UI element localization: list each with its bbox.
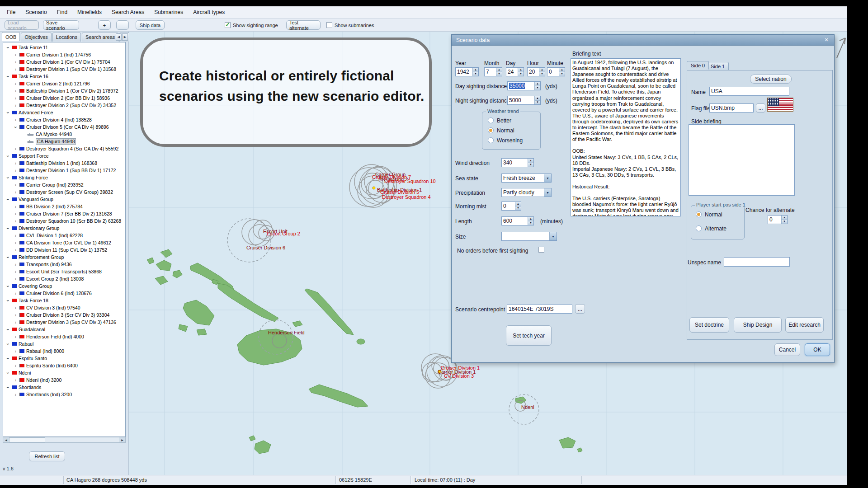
menu-scenario[interactable]: Scenario (20, 9, 52, 15)
tree-item[interactable]: ›Advanced Force (3, 109, 125, 116)
tree-item[interactable]: ›CV Division 3 (Ind) 97540 (3, 304, 125, 311)
expand-icon[interactable]: › (5, 197, 10, 202)
weather-better-radio[interactable] (488, 117, 494, 123)
expand-icon[interactable]: › (13, 219, 19, 224)
expand-icon[interactable]: › (13, 190, 19, 195)
zoom-out-button[interactable]: - (116, 20, 129, 30)
expand-icon[interactable]: › (5, 175, 10, 181)
expand-icon[interactable]: › (13, 96, 19, 101)
expand-icon[interactable]: › (13, 168, 19, 173)
tree-item[interactable]: ›Rabaul (3, 340, 125, 347)
tree-item[interactable]: ›Battleship Division 1 (Ind) 168368 (3, 160, 125, 167)
menu-aircraft-types[interactable]: Aircraft types (188, 9, 230, 15)
tree-item[interactable]: ›Destroyer Squadron 10 (Scr BB Div 2) 63… (3, 217, 125, 225)
tree-item[interactable]: ›Destroyer Screen (Sup CV Group) 39832 (3, 188, 125, 196)
tree-item[interactable]: ›Cruiser Division 4 (Ind) 138528 (3, 116, 125, 123)
tree-item[interactable]: ›Carrier Division 1 (Ind) 174756 (3, 51, 125, 58)
expand-icon[interactable]: › (13, 334, 19, 339)
show-submarines-checkbox[interactable] (326, 22, 332, 28)
tree-horizontal-scrollbar[interactable]: ◀ ▶ (3, 437, 126, 443)
ship-data-button[interactable]: Ship data (136, 20, 165, 30)
tree-item[interactable]: ›Cruiser Division 7 (Scr BB Div 2) 13162… (3, 210, 125, 217)
dialog-title-bar[interactable]: Scenario data × (452, 35, 834, 46)
expand-icon[interactable]: › (13, 392, 19, 397)
chevron-down-icon[interactable]: ▼ (549, 232, 557, 240)
expand-icon[interactable]: › (13, 161, 19, 166)
expand-icon[interactable]: › (13, 233, 19, 238)
tree-item[interactable]: ›Shortlands (3, 384, 125, 391)
chance-for-alternate-stepper[interactable]: 0▲▼ (768, 215, 788, 224)
start-pos-alternate-radio[interactable] (696, 225, 702, 231)
no-orders-checkbox[interactable] (538, 247, 544, 253)
tree-item[interactable]: ›Cruiser Divison 5 (Cor CA Div 4) 89896 (3, 123, 125, 131)
expand-icon[interactable]: › (13, 349, 19, 354)
expand-icon[interactable]: › (5, 298, 10, 304)
side-briefing-textarea[interactable] (689, 124, 795, 196)
expand-icon[interactable]: › (13, 240, 19, 245)
size-select[interactable]: ▼ (501, 232, 557, 241)
expand-icon[interactable]: › (13, 146, 19, 151)
mist-spin-icons[interactable]: ▲▼ (515, 202, 521, 210)
set-tech-year-button[interactable]: Set tech year (506, 325, 552, 346)
start-pos-normal-radio[interactable] (696, 211, 702, 217)
sea-state-select[interactable]: Fresh breeze▼ (501, 174, 552, 183)
expand-icon[interactable]: › (5, 110, 10, 116)
expand-icon[interactable]: › (5, 254, 10, 260)
weather-normal-radio[interactable] (488, 127, 494, 133)
expand-icon[interactable]: › (13, 52, 19, 57)
tree-item[interactable]: ›Ndeni (3, 369, 125, 376)
flag-browse-button[interactable]: ... (756, 103, 765, 113)
expand-icon[interactable]: › (13, 89, 19, 94)
tree-item[interactable]: ›Guadalcanal (3, 326, 125, 333)
tree-item[interactable]: ›Ndeni (Ind) 3200 (3, 376, 125, 384)
day-sighting-input[interactable]: 35000▲▼ (507, 81, 541, 90)
tree-item[interactable]: ›Covering Group (3, 282, 125, 290)
expand-icon[interactable]: › (5, 45, 10, 51)
unspec-name-input[interactable] (724, 257, 790, 267)
expand-icon[interactable]: › (13, 378, 19, 383)
weather-worsening-radio[interactable] (488, 137, 494, 143)
tab-locations[interactable]: Locations (52, 33, 81, 42)
day-spin-icons[interactable]: ▲▼ (518, 68, 524, 76)
minute-stepper[interactable]: 0▲▼ (547, 67, 565, 76)
tree-item[interactable]: ›CA Division Tone (Cor CVL Div 1) 46612 (3, 239, 125, 246)
expand-icon[interactable]: › (5, 74, 10, 80)
tree-item[interactable]: ›BB Division 2 (Ind) 275784 (3, 203, 125, 210)
tree-item[interactable]: ›Battleship Division 1 (Cor CV Div 2) 17… (3, 87, 125, 94)
tree-item[interactable]: ›Cruiser Division 2 (Cor BB Div 1) 58936 (3, 94, 125, 102)
expand-icon[interactable]: › (5, 370, 10, 376)
tree-item[interactable]: ›Task Force 16 (3, 73, 125, 80)
expand-icon[interactable]: › (13, 183, 19, 188)
wind-spin-icons[interactable]: ▲▼ (528, 159, 533, 167)
tab-scroll-right-icon[interactable]: ▶ (122, 33, 128, 41)
expand-icon[interactable]: › (13, 67, 19, 72)
tree-item[interactable]: ›Task Force 18 (3, 297, 125, 304)
menu-file[interactable]: File (2, 9, 20, 15)
tree-item[interactable]: ›Destroyer Division 3 (Sup CV Div 3) 471… (3, 319, 125, 326)
centrepoint-input[interactable]: 1640154E 73019S (507, 305, 572, 314)
day-stepper[interactable]: 24▲▼ (506, 67, 524, 76)
expand-icon[interactable]: › (5, 341, 10, 347)
tree-item[interactable]: ›Cruiser Division 3 (Scr CV Div 3) 93304 (3, 311, 125, 319)
ok-button[interactable]: OK (805, 343, 830, 356)
chevron-down-icon[interactable]: ▼ (544, 188, 551, 197)
tab-oob[interactable]: OOB (2, 32, 20, 41)
expand-icon[interactable]: › (13, 363, 19, 368)
tree-item[interactable]: ›Vanguard Group (3, 196, 125, 203)
expand-icon[interactable]: › (13, 117, 19, 122)
centrepoint-browse-button[interactable]: ... (575, 304, 585, 314)
chevron-down-icon[interactable]: ▼ (544, 174, 551, 182)
tree-item[interactable]: ›Task Force 11 (3, 44, 125, 51)
wind-direction-stepper[interactable]: 340▲▼ (501, 158, 534, 167)
expand-icon[interactable]: › (13, 320, 19, 325)
test-alternate-button[interactable]: Test alternate (286, 20, 321, 30)
expand-icon[interactable]: › (13, 60, 19, 65)
show-sighting-range-checkbox[interactable] (225, 22, 231, 28)
morning-mist-stepper[interactable]: 0▲▼ (501, 202, 521, 211)
tab-search-areas[interactable]: Search areas (82, 33, 118, 42)
hour-spin-icons[interactable]: ▲▼ (539, 68, 545, 76)
tab-scroll-left-icon[interactable]: ◀ (116, 33, 122, 41)
expand-icon[interactable]: › (13, 124, 18, 130)
tree-item[interactable]: CA Haguro 44948 (3, 138, 125, 145)
briefing-textarea[interactable]: In August 1942, following the U.S. landi… (571, 58, 681, 216)
